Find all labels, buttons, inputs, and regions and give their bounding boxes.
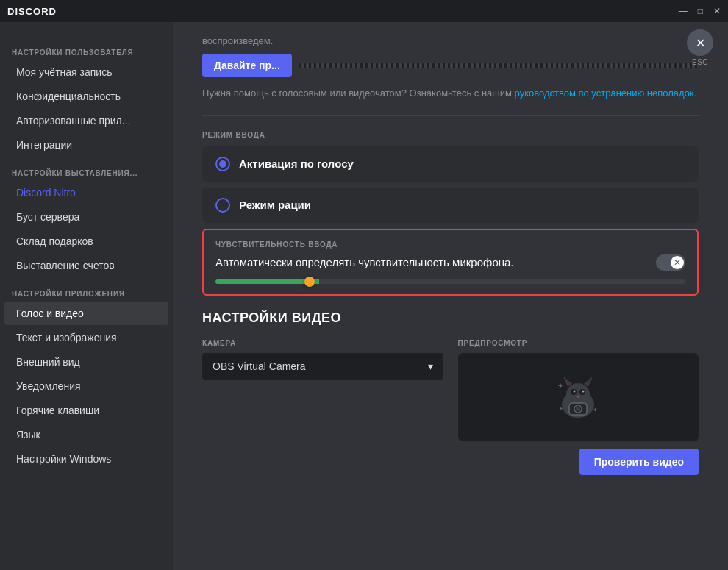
audio-seg-42 bbox=[512, 63, 515, 68]
esc-icon[interactable]: ✕ bbox=[687, 29, 713, 56]
maximize-button[interactable]: □ bbox=[698, 6, 703, 16]
audio-seg-5 bbox=[321, 63, 324, 68]
audio-seg-10 bbox=[347, 63, 350, 68]
sidebar-item-authorized-apps[interactable]: Авторизованные прил... bbox=[4, 109, 168, 132]
svg-point-9 bbox=[582, 390, 585, 392]
sidebar-item-notifications[interactable]: Уведомления bbox=[4, 374, 168, 398]
audio-seg-59 bbox=[599, 63, 602, 68]
audio-seg-21 bbox=[404, 63, 407, 68]
sidebar-item-privacy[interactable]: Конфиденциальность bbox=[4, 85, 168, 108]
audio-seg-30 bbox=[450, 63, 453, 68]
audio-seg-69 bbox=[651, 63, 654, 68]
sidebar: НАСТРОЙКИ ПОЛЬЗОВАТЕЛЯ Моя учётная запис… bbox=[0, 22, 173, 570]
audio-seg-6 bbox=[326, 63, 329, 68]
sidebar-item-gift-inventory[interactable]: Склад подарков bbox=[4, 229, 168, 253]
audio-seg-52 bbox=[563, 63, 566, 68]
close-button[interactable]: ✕ bbox=[713, 6, 721, 16]
audio-seg-67 bbox=[640, 63, 643, 68]
audio-seg-63 bbox=[620, 63, 623, 68]
voice-activation-radio[interactable] bbox=[215, 157, 230, 171]
sidebar-item-integrations[interactable]: Интеграции bbox=[4, 133, 168, 157]
audio-seg-13 bbox=[363, 63, 365, 68]
audio-seg-49 bbox=[548, 63, 551, 68]
video-grid: КАМЕРА OBS Virtual Camera ▾ ПРЕДПРОСМОТР bbox=[202, 339, 699, 475]
audio-seg-48 bbox=[543, 63, 546, 68]
above-text: воспроизведем. bbox=[202, 35, 699, 46]
audio-seg-71 bbox=[661, 63, 664, 68]
audio-seg-73 bbox=[671, 63, 674, 68]
audio-seg-28 bbox=[440, 63, 443, 68]
audio-seg-53 bbox=[568, 63, 571, 68]
audio-seg-25 bbox=[424, 63, 427, 68]
audio-seg-33 bbox=[465, 63, 468, 68]
audio-seg-39 bbox=[496, 63, 499, 68]
user-settings-label: НАСТРОЙКИ ПОЛЬЗОВАТЕЛЯ bbox=[0, 37, 173, 60]
audio-seg-34 bbox=[471, 63, 474, 68]
sidebar-item-appearance[interactable]: Внешний вид bbox=[4, 350, 168, 374]
walkie-talkie-radio[interactable] bbox=[215, 198, 230, 213]
help-text: Нужна помощь с голосовым или видеочатом?… bbox=[202, 86, 699, 101]
sidebar-item-windows-settings[interactable]: Настройки Windows bbox=[4, 447, 168, 471]
test-audio-button[interactable]: Давайте пр... bbox=[202, 54, 292, 77]
audio-seg-43 bbox=[517, 63, 520, 68]
test-bar-row: Давайте пр... bbox=[202, 54, 699, 77]
audio-seg-58 bbox=[594, 63, 597, 68]
audio-seg-17 bbox=[383, 63, 386, 68]
audio-seg-54 bbox=[574, 63, 577, 68]
audio-seg-14 bbox=[368, 63, 371, 68]
titlebar: DISCORD — □ ✕ bbox=[0, 0, 728, 22]
audio-seg-38 bbox=[491, 63, 494, 68]
sidebar-item-language[interactable]: Язык bbox=[4, 423, 168, 446]
audio-seg-15 bbox=[373, 63, 376, 68]
audio-seg-70 bbox=[656, 63, 659, 68]
sidebar-item-keybinds[interactable]: Горячие клавиши bbox=[4, 399, 168, 422]
svg-text:✦: ✦ bbox=[557, 382, 563, 390]
audio-seg-12 bbox=[357, 63, 360, 68]
camera-column: КАМЕРА OBS Virtual Camera ▾ bbox=[202, 339, 443, 475]
chevron-down-icon: ▾ bbox=[428, 360, 433, 372]
display-settings-label: НАСТРОЙКИ ВЫСТАВЛЕНИЯ... bbox=[0, 157, 173, 180]
sidebar-item-text-images[interactable]: Текст и изображения bbox=[4, 326, 168, 349]
sidebar-item-discord-nitro[interactable]: Discord Nitro bbox=[4, 181, 168, 204]
camera-value: OBS Virtual Camera bbox=[213, 360, 306, 372]
svg-point-10 bbox=[577, 395, 579, 397]
audio-seg-44 bbox=[522, 63, 525, 68]
audio-seg-36 bbox=[481, 63, 484, 68]
audio-seg-19 bbox=[393, 63, 396, 68]
toggle-knob: ✕ bbox=[671, 256, 684, 269]
audio-seg-64 bbox=[625, 63, 628, 68]
audio-seg-31 bbox=[455, 63, 458, 68]
help-link[interactable]: руководством по устранению неполадок. bbox=[515, 88, 697, 99]
sidebar-item-voice-video[interactable]: Голос и видео bbox=[4, 302, 168, 325]
voice-activation-label: Активация по голосу bbox=[239, 157, 354, 170]
audio-seg-4 bbox=[316, 63, 319, 68]
audio-seg-75 bbox=[682, 63, 685, 68]
preview-label: ПРЕДПРОСМОТР bbox=[458, 339, 699, 347]
audio-seg-35 bbox=[476, 63, 479, 68]
window-controls: — □ ✕ bbox=[679, 6, 721, 16]
svg-point-8 bbox=[574, 390, 576, 392]
audio-seg-11 bbox=[352, 63, 355, 68]
voice-activation-option[interactable]: Активация по голосу bbox=[202, 146, 699, 182]
minimize-button[interactable]: — bbox=[679, 6, 688, 16]
audio-seg-72 bbox=[666, 63, 669, 68]
sidebar-item-billing[interactable]: Выставление счетов bbox=[4, 254, 168, 277]
sensitivity-slider-track[interactable] bbox=[215, 279, 685, 284]
esc-button[interactable]: ✕ ESC bbox=[687, 29, 713, 66]
sidebar-item-my-account[interactable]: Моя учётная запись bbox=[4, 60, 168, 84]
camera-label: КАМЕРА bbox=[202, 339, 443, 347]
audio-seg-2 bbox=[306, 63, 309, 68]
auto-detect-toggle[interactable]: ✕ bbox=[656, 254, 685, 271]
sidebar-item-server-boost[interactable]: Буст сервера bbox=[4, 205, 168, 229]
audio-seg-1 bbox=[301, 63, 304, 68]
main-content: ✕ ESC воспроизведем. Давайте пр... bbox=[173, 22, 728, 570]
input-mode-label: РЕЖИМ ВВОДА bbox=[202, 131, 699, 139]
walkie-talkie-option[interactable]: Режим рации bbox=[202, 188, 699, 223]
svg-point-13 bbox=[576, 407, 580, 411]
check-video-button[interactable]: Проверить видео bbox=[579, 449, 699, 475]
sensitivity-slider-thumb[interactable] bbox=[304, 277, 315, 287]
audio-level-bar bbox=[299, 63, 699, 68]
preview-column: ПРЕДПРОСМОТР bbox=[458, 339, 699, 475]
audio-seg-41 bbox=[507, 63, 510, 68]
camera-select-button[interactable]: OBS Virtual Camera ▾ bbox=[202, 353, 443, 380]
